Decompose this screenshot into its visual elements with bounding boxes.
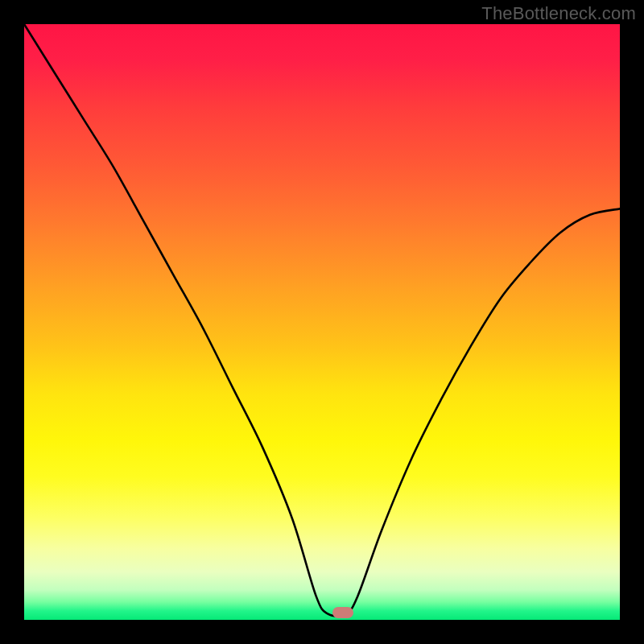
plot-area [24, 24, 620, 620]
bottleneck-curve [24, 24, 620, 620]
target-marker [332, 607, 353, 618]
watermark-text: TheBottleneck.com [481, 3, 636, 24]
chart-frame: TheBottleneck.com [0, 0, 644, 644]
